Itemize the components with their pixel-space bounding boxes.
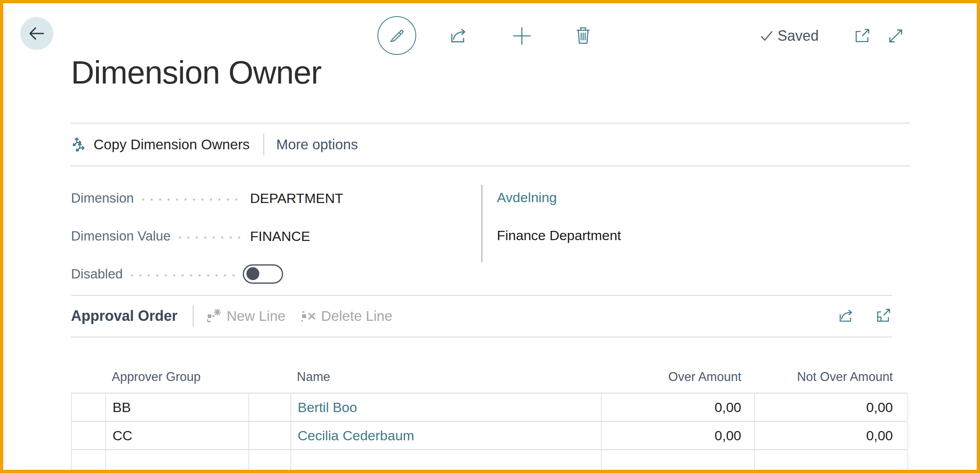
over-amount-cell: [602, 450, 755, 473]
not-over-amount-cell[interactable]: 0,00: [755, 393, 908, 421]
copy-dimension-owners-label: Copy Dimension Owners: [94, 136, 250, 153]
delete-line-icon: [301, 308, 316, 324]
trash-icon: [573, 25, 593, 46]
section-share-button[interactable]: [837, 307, 855, 325]
column-header-over-amount[interactable]: Over Amount: [668, 370, 754, 384]
name-cell: [291, 450, 602, 473]
open-in-new-window-icon: [853, 27, 872, 46]
expand-window-button[interactable]: [886, 26, 906, 46]
spacer-cell: [249, 422, 291, 449]
name-link-cell[interactable]: Cecilia Cederbaum: [291, 422, 602, 449]
approval-order-section-header: Approval Order New Line: [71, 304, 892, 328]
new-line-button[interactable]: New Line: [206, 308, 286, 324]
dimension-value-field[interactable]: DEPARTMENT: [250, 190, 343, 206]
column-header-approver-group[interactable]: Approver Group: [105, 370, 248, 384]
field-row-disabled: Disabled: [71, 260, 478, 288]
divider: [71, 295, 892, 296]
divider: [71, 165, 910, 166]
disabled-toggle[interactable]: [243, 264, 283, 284]
save-status: Saved: [760, 27, 819, 45]
table-row: BB Bertil Boo 0,00 0,00: [71, 393, 907, 421]
more-options-button[interactable]: More options: [276, 136, 358, 153]
section-title: Approval Order: [71, 308, 177, 324]
delete-line-button[interactable]: Delete Line: [301, 308, 392, 324]
fields-vertical-divider: [482, 185, 482, 262]
dimension-value-label: Dimension Value: [71, 228, 171, 244]
row-selector-cell[interactable]: [72, 422, 106, 449]
column-header-name[interactable]: Name: [290, 370, 601, 384]
open-in-new-window-button[interactable]: [853, 27, 872, 46]
action-bar-separator: [263, 134, 264, 155]
share-icon: [448, 26, 469, 46]
column-header-not-over-amount[interactable]: Not Over Amount: [797, 370, 907, 384]
field-row-dimension: Dimension DEPARTMENT: [71, 184, 478, 212]
back-arrow-icon: [27, 23, 47, 44]
save-status-label: Saved: [778, 27, 819, 44]
spacer-cell: [249, 393, 291, 421]
disabled-label: Disabled: [71, 266, 123, 282]
dotted-leader: [131, 274, 240, 277]
dimension-owner-page: Saved Dimension Owner: [0, 0, 980, 473]
over-amount-cell[interactable]: 0,00: [602, 422, 755, 449]
back-button[interactable]: [20, 17, 53, 50]
expand-diagonal-icon: [886, 26, 906, 46]
delete-line-label: Delete Line: [321, 308, 392, 324]
add-button[interactable]: [511, 25, 532, 46]
table-row: CC Cecilia Cederbaum 0,00 0,00: [71, 421, 907, 449]
table-row-empty: [71, 449, 907, 473]
dimension-value-caption: Finance Department: [497, 228, 621, 243]
not-over-amount-cell[interactable]: 0,00: [755, 422, 908, 449]
pencil-icon: [388, 26, 406, 45]
dimension-caption-link[interactable]: Avdelning: [497, 190, 557, 205]
not-over-amount-cell: [755, 450, 908, 473]
field-row-dimension-value: Dimension Value FINANCE: [71, 222, 478, 250]
dotted-leader: [179, 236, 240, 239]
edit-button[interactable]: [377, 16, 416, 55]
dimension-value-value-field[interactable]: FINANCE: [250, 228, 310, 244]
approver-group-cell[interactable]: BB: [106, 393, 249, 421]
action-bar: Copy Dimension Owners More options: [71, 133, 358, 156]
dimension-label: Dimension: [71, 190, 134, 206]
check-icon: [760, 30, 774, 42]
copy-dimensions-icon: [71, 136, 88, 153]
spacer-cell: [249, 450, 291, 473]
share-button[interactable]: [448, 26, 469, 46]
table-header-row: Approver Group Name Over Amount Not Over…: [71, 366, 907, 387]
approver-group-cell[interactable]: CC: [106, 422, 249, 449]
row-selector-cell: [72, 450, 106, 473]
section-focus-mode-button[interactable]: [874, 307, 892, 325]
approver-group-cell: [106, 450, 249, 473]
toggle-knob: [246, 267, 259, 280]
dotted-leader: [142, 198, 240, 201]
copy-dimension-owners-button[interactable]: Copy Dimension Owners: [71, 136, 250, 153]
name-link-cell[interactable]: Bertil Boo: [291, 393, 602, 421]
divider: [71, 123, 910, 123]
row-selector-cell[interactable]: [72, 393, 106, 421]
new-line-icon: [206, 308, 222, 324]
divider: [71, 337, 892, 337]
over-amount-cell[interactable]: 0,00: [602, 393, 755, 421]
page-title: Dimension Owner: [71, 54, 321, 91]
approval-order-table: BB Bertil Boo 0,00 0,00 CC Cecilia Ceder…: [71, 393, 907, 473]
new-line-label: New Line: [227, 308, 286, 324]
section-separator: [193, 306, 194, 326]
fields-group: Dimension DEPARTMENT Dimension Value FIN…: [71, 184, 478, 298]
delete-button[interactable]: [573, 25, 593, 46]
plus-icon: [511, 25, 532, 46]
